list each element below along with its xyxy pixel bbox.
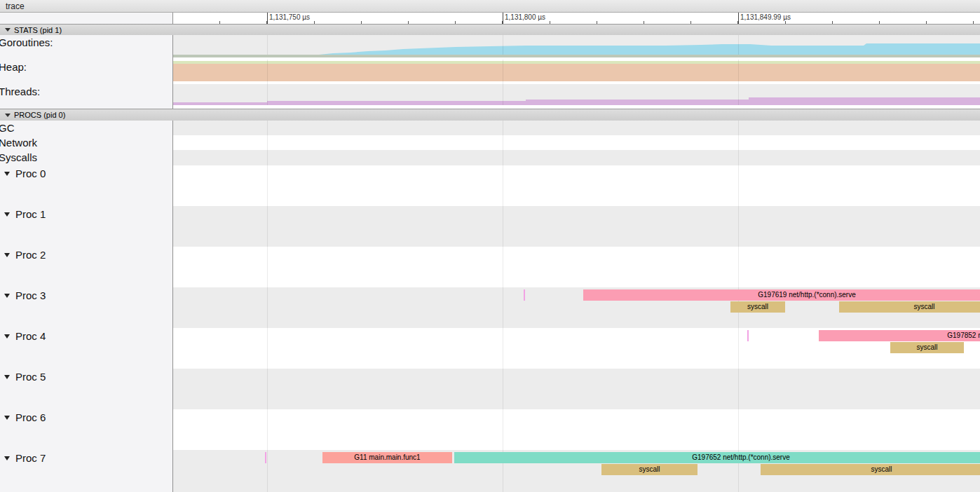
track-label-text: Proc 4 (15, 330, 46, 342)
track-area-proc5[interactable] (172, 369, 980, 409)
track-row-label-proc5[interactable]: Proc 5 (0, 369, 172, 409)
stat-row-label-heap: Heap: (0, 60, 172, 84)
threads-step (749, 97, 980, 105)
gridline (738, 35, 739, 55)
track-row-label-gc: GC (0, 121, 172, 135)
gridline (738, 165, 739, 206)
span-label: syscall (639, 464, 660, 475)
track-label-text: Proc 7 (15, 452, 46, 464)
track-label-text: GC (0, 122, 15, 134)
collapse-triangle-icon[interactable] (5, 114, 11, 117)
ruler-tick-label: 1,131,849.99 µs (740, 13, 791, 21)
track-row-label-proc1[interactable]: Proc 1 (0, 206, 172, 247)
collapse-triangle-icon[interactable] (4, 212, 10, 217)
stat-label-text: Goroutines: (0, 36, 53, 48)
gridline (738, 206, 739, 247)
gridline (267, 328, 268, 369)
track-area-proc7[interactable]: G11 main.main.func1G197652 net/http.(*co… (172, 450, 980, 492)
gridline (503, 206, 503, 247)
threads-step (172, 102, 267, 105)
gridline (738, 247, 739, 287)
track-area-proc3[interactable]: G197619 net/http.(*conn).servesyscallsys… (172, 287, 980, 328)
track-area-proc2[interactable] (172, 247, 980, 287)
gridline (267, 84, 268, 105)
track-row-label-proc0[interactable]: Proc 0 (0, 165, 172, 206)
gridline (267, 135, 268, 150)
collapse-triangle-icon[interactable] (4, 294, 10, 298)
collapse-triangle-icon[interactable] (4, 456, 10, 460)
gridline (503, 409, 503, 450)
collapse-triangle-icon[interactable] (4, 375, 10, 379)
track-row-label-proc6[interactable]: Proc 6 (0, 409, 172, 450)
track-area-proc6[interactable] (172, 409, 980, 450)
collapse-triangle-icon[interactable] (4, 416, 10, 420)
gridline (738, 135, 739, 150)
goroutines-area-chart (172, 35, 980, 55)
track-area-proc0[interactable] (172, 165, 980, 206)
collapse-triangle-icon[interactable] (4, 172, 10, 176)
track-label-text: Proc 2 (15, 249, 46, 261)
span-bar[interactable]: G197652 net/http.(*conn).serve (454, 452, 980, 463)
track-row-label-proc7[interactable]: Proc 7 (0, 450, 172, 492)
stat-chart-heap[interactable] (172, 60, 980, 84)
threads-step (267, 101, 526, 105)
span-bar[interactable]: G197619 net/http.(*conn).serve (583, 289, 980, 301)
section-header-procs[interactable]: PROCS (pid 0) (0, 109, 980, 121)
section-header-stats[interactable]: STATS (pid 1) (0, 24, 980, 35)
instant-event-marker[interactable] (524, 289, 525, 301)
instant-event-marker[interactable] (265, 452, 266, 463)
instant-event-marker[interactable] (747, 330, 749, 341)
track-label-text: Proc 1 (15, 208, 46, 220)
label-column-divider (172, 13, 173, 492)
span-label: G197852 net/http.(*conn).serve (947, 330, 980, 341)
span-bar[interactable]: syscall (730, 301, 785, 313)
gridline (267, 247, 268, 287)
stat-label-text: Threads: (0, 86, 40, 97)
span-label: syscall (913, 301, 934, 313)
window-titlebar: trace (0, 0, 980, 13)
window-title: trace (0, 1, 25, 11)
gridline (738, 121, 739, 135)
gridline (267, 409, 268, 450)
trace-viewer-window: trace 1,131,750 µs1,131,800 µs1,131,849.… (0, 0, 980, 492)
span-bar[interactable]: syscall (839, 301, 980, 313)
gridline (503, 328, 503, 369)
span-bar[interactable]: syscall (890, 342, 964, 353)
track-label-text: Proc 5 (15, 371, 46, 383)
gridline (503, 369, 503, 409)
track-row-label-proc3[interactable]: Proc 3 (0, 287, 172, 328)
span-label: G197619 net/http.(*conn).serve (758, 289, 856, 301)
stat-chart-goroutines[interactable] (172, 35, 980, 60)
span-label: G11 main.main.func1 (354, 452, 420, 463)
span-bar[interactable]: syscall (601, 464, 697, 475)
track-area-gc[interactable] (172, 121, 980, 135)
track-label-text: Proc 0 (15, 168, 46, 179)
track-area-proc4[interactable]: G197852 net/http.(*conn).servesyscall (172, 328, 980, 369)
track-label-text: Network (0, 137, 37, 149)
stat-label-text: Heap: (0, 61, 27, 73)
gridline (738, 84, 739, 105)
track-area-syscalls[interactable] (172, 150, 980, 165)
span-bar[interactable]: G197852 net/http.(*conn).serve (819, 330, 980, 341)
gridline (503, 150, 503, 165)
track-row-label-proc2[interactable]: Proc 2 (0, 247, 172, 287)
track-area-proc1[interactable] (172, 206, 980, 247)
track-label-text: Proc 6 (15, 411, 46, 423)
stat-row-label-threads: Threads: (0, 84, 172, 109)
gridline (503, 35, 503, 55)
gridline (267, 150, 268, 165)
stat-chart-threads[interactable] (172, 84, 980, 109)
collapse-triangle-icon[interactable] (4, 334, 10, 339)
gridline (267, 165, 268, 206)
ruler-major-tick (503, 13, 503, 24)
gridline (503, 60, 503, 84)
timeline-ruler[interactable]: 1,131,750 µs1,131,800 µs1,131,849.99 µs (172, 13, 980, 24)
collapse-triangle-icon[interactable] (4, 253, 10, 257)
collapse-triangle-icon[interactable] (5, 28, 11, 32)
span-bar[interactable]: G11 main.main.func1 (322, 452, 452, 463)
track-area-network[interactable] (172, 135, 980, 150)
track-row-label-proc4[interactable]: Proc 4 (0, 328, 172, 369)
gridline (503, 165, 503, 206)
gridline (267, 206, 268, 247)
span-bar[interactable]: syscall (761, 464, 980, 475)
